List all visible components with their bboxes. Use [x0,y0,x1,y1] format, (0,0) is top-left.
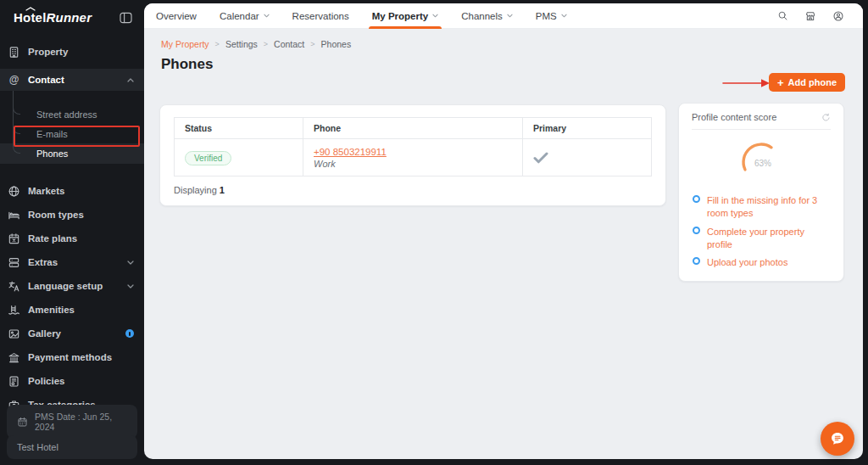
ticket-icon [8,256,20,269]
tab-label: Calendar [220,11,259,21]
chevron-down-icon [432,14,438,18]
score-checklist: Fill in the missing info for 3 room type… [679,181,843,269]
gallery-icon [8,328,20,340]
tab-channels[interactable]: Channels [461,3,513,29]
plus-icon: + [777,77,784,88]
bed-icon [8,209,20,221]
tree-branch [13,119,20,134]
sidebar-item-rate-plans[interactable]: Rate plans [0,227,144,250]
circle-icon [693,195,700,203]
score-panel-title: Profile content score [692,112,776,122]
tree-branch [13,138,20,154]
annotation-arrow [722,77,771,89]
hotel-selector[interactable]: Test Hotel [7,435,137,459]
hotel-name-label: Test Hotel [17,442,58,452]
store-icon[interactable] [804,10,816,22]
subitem-label: E-mails [36,129,68,139]
pool-ladder-icon [8,304,20,317]
sidebar-subitem-phones[interactable]: Phones [0,143,144,164]
subitem-label: Phones [36,148,68,159]
sidebar-item-payment-methods[interactable]: Payment methods [0,345,144,369]
sidebar-item-property[interactable]: Property [0,40,144,64]
document-icon [8,375,20,388]
check-icon [533,152,641,164]
calendar-x-icon [8,232,20,245]
bank-icon [8,351,20,364]
sidebar-subitem-emails[interactable]: E-mails [0,124,144,143]
refresh-icon[interactable] [821,113,831,122]
brand-part2: Runner [47,10,92,25]
tab-pms[interactable]: PMS [536,3,567,29]
table-footer: Displaying 1 [174,185,652,195]
tab-label: PMS [536,11,557,21]
topbar: Overview Calendar Reservations My Proper… [144,3,863,29]
score-percent: 63% [754,159,771,168]
chevron-down-icon [127,261,134,265]
table-header-row: Status Phone Primary [175,118,652,139]
gauge-arc-icon [734,137,788,179]
collapse-sidebar-icon[interactable] [120,12,132,24]
sidebar-item-contact[interactable]: @ Contact [0,69,144,91]
tab-calendar[interactable]: Calendar [220,3,270,29]
chat-button[interactable] [821,422,854,456]
account-icon[interactable] [832,10,844,22]
circle-icon [693,257,700,265]
sidebar-item-label: Gallery [28,328,61,339]
sidebar-item-policies[interactable]: Policies [0,369,144,393]
score-item-label: Fill in the missing info for 3 room type… [707,194,832,220]
sidebar-item-language-setup[interactable]: Language setup [0,274,144,298]
sidebar-item-gallery[interactable]: Gallery [0,322,144,345]
sidebar-item-label: Rate plans [28,233,77,244]
brand-logo[interactable]: HotelRunner [14,10,92,25]
breadcrumb-phones: Phones [321,39,352,49]
globe-icon [8,185,20,198]
score-item-room-types[interactable]: Fill in the missing info for 3 room type… [693,194,832,220]
sidebar-item-markets[interactable]: Markets [0,179,144,203]
phone-cell: +90 8503219911 Work [303,139,523,176]
tab-reservations[interactable]: Reservations [292,3,349,29]
breadcrumb: My Property > Settings > Contact > Phone… [144,29,863,49]
circle-icon [693,227,700,234]
sidebar-item-amenities[interactable]: Amenities [0,298,144,322]
chevron-down-icon [507,14,513,18]
calendar-icon [17,417,28,428]
score-panel-header: Profile content score [679,104,843,129]
score-item-upload-photos[interactable]: Upload your photos [693,256,832,269]
column-header-status: Status [175,118,303,139]
add-phone-button[interactable]: + Add phone [769,73,845,92]
tab-label: Overview [156,11,197,21]
score-item-label: Complete your property profile [707,226,832,251]
score-gauge-wrap: 63% [679,130,843,181]
info-badge-icon [125,329,134,338]
breadcrumb-separator: > [310,40,314,48]
score-item-property-profile[interactable]: Complete your property profile [693,226,832,251]
status-cell: Verified [175,139,303,176]
pms-date-label: PMS Date : Jun 25, 2024 [35,412,127,432]
breadcrumb-settings[interactable]: Settings [225,39,258,49]
displaying-label: Displaying [174,185,217,195]
breadcrumb-my-property[interactable]: My Property [161,39,209,49]
phones-table: Status Phone Primary Verified +90 850321… [174,117,652,176]
sidebar-item-room-types[interactable]: Room types [0,203,144,227]
at-icon: @ [8,74,20,87]
tab-label: My Property [372,11,428,21]
subitem-label: Street address [36,109,97,120]
sidebar-item-label: Property [28,47,68,57]
tab-overview[interactable]: Overview [156,3,197,29]
sidebar-item-extras[interactable]: Extras [0,250,144,274]
chat-icon [827,429,848,449]
chevron-down-icon [561,14,567,18]
tab-my-property[interactable]: My Property [372,3,438,29]
logo-roof-icon [25,7,36,11]
chevron-down-icon [127,284,134,289]
sidebar-item-label: Amenities [28,305,75,315]
search-icon[interactable] [777,10,788,21]
sidebar-subitem-street-address[interactable]: Street address [0,104,144,124]
breadcrumb-contact[interactable]: Contact [274,39,304,49]
pms-date-box[interactable]: PMS Date : Jun 25, 2024 [7,405,137,439]
phone-type-label: Work [314,159,512,169]
sidebar-item-label: Extras [28,257,58,267]
sidebar-item-label: Policies [28,376,64,386]
brand-part1: Hotel [14,10,47,25]
phone-number-link[interactable]: +90 8503219911 [314,147,512,157]
